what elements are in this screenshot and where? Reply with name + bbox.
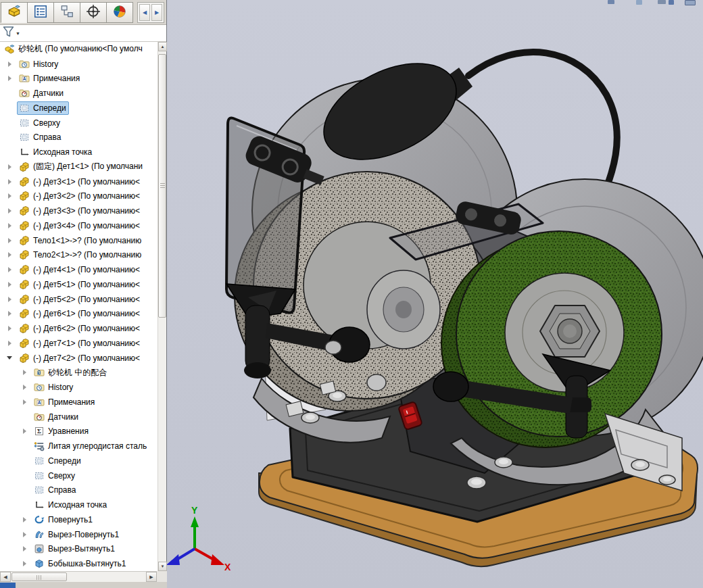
- part-icon: [19, 220, 30, 231]
- cutoff-toolbar-icon: [669, 0, 674, 5]
- expand-arrow-icon[interactable]: [17, 399, 32, 405]
- triad-y-label: Y: [191, 505, 198, 516]
- tree-item-assembly-0[interactable]: 砂轮机 (По умолчанию<По умолч: [0, 42, 157, 57]
- scroll-up-icon[interactable]: ▲: [158, 42, 167, 51]
- tree-item-revolve-32[interactable]: Повернуть1: [0, 512, 157, 527]
- chevron-down-icon: ▼: [16, 31, 20, 36]
- expand-arrow-icon[interactable]: [2, 238, 17, 243]
- cutoff-toolbar-icon: [685, 0, 696, 5]
- tree-horizontal-scrollbar[interactable]: ◀ ▶: [0, 571, 157, 582]
- expand-arrow-icon[interactable]: [2, 267, 17, 272]
- tree-item-equations-26[interactable]: ΣУравнения: [0, 424, 157, 439]
- panel-bottom-strip: [0, 582, 167, 588]
- expand-arrow-icon[interactable]: [17, 370, 32, 375]
- expand-arrow-icon[interactable]: [2, 297, 17, 302]
- expand-arrow-icon[interactable]: [17, 517, 32, 522]
- tree-item-extrude-cut-34[interactable]: Вырез-Вытянуть1: [0, 542, 157, 557]
- expand-arrow-icon[interactable]: [2, 164, 17, 170]
- tree-item-material-27[interactable]: Литая углеродистая сталь: [0, 439, 157, 454]
- cutoff-toolbar-icon: [608, 0, 614, 4]
- plane-icon: [34, 470, 45, 481]
- arrow-right-icon[interactable]: ▶: [151, 4, 162, 21]
- expand-arrow-icon[interactable]: [17, 532, 32, 537]
- tree-item-part-12[interactable]: (-) Дет3<4> (По умолчанию<: [0, 218, 157, 233]
- scroll-right-icon[interactable]: ▶: [146, 572, 157, 582]
- displaymanager-tab[interactable]: [106, 2, 133, 23]
- expand-arrow-icon[interactable]: [2, 282, 17, 287]
- tree-item-annotations-24[interactable]: AПримечания: [0, 395, 157, 410]
- hierarchy-tab-icon: [59, 4, 74, 22]
- scroll-down-icon[interactable]: ▼: [158, 562, 167, 571]
- tree-item-label: Исходная точка: [33, 147, 92, 157]
- extrude-cut-icon: [34, 543, 45, 554]
- tab-scroll-box: ◀ ▶: [137, 2, 164, 23]
- tree-item-origin-7[interactable]: Исходная точка: [0, 145, 157, 160]
- tree-item-mates-22[interactable]: 砂轮机 中的配合: [0, 366, 157, 381]
- expand-arrow-icon[interactable]: [2, 223, 17, 228]
- expand-arrow-icon[interactable]: [17, 385, 32, 390]
- arrow-left-icon[interactable]: ◀: [139, 4, 150, 21]
- expand-arrow-icon[interactable]: [17, 546, 32, 552]
- tree-item-part-14[interactable]: Тело2<1>->? (По умолчанию: [0, 248, 157, 263]
- tree-item-history-1[interactable]: History: [0, 57, 157, 72]
- propertymanager-tab[interactable]: [27, 2, 54, 23]
- tree-item-part-20[interactable]: (-) Дет7<1> (По умолчанию<: [0, 336, 157, 351]
- tree-item-plane-28[interactable]: Спереди: [0, 454, 157, 468]
- mates-icon: [34, 367, 45, 378]
- tree-item-part-17[interactable]: (-) Дет5<2> (По умолчанию<: [0, 292, 157, 307]
- tree-item-history-23[interactable]: History: [0, 380, 157, 395]
- tree-item-label: (-) Дет7<2> (По умолчанию<: [33, 353, 140, 363]
- tree-item-part-10[interactable]: (-) Дет3<2> (По умолчанию<: [0, 189, 157, 204]
- tree-item-label: Справа: [33, 132, 61, 142]
- tree-item-part-8[interactable]: (固定) Дет1<1> (По умолчани: [0, 160, 157, 174]
- tree-item-label: (-) Дет4<1> (По умолчанию<: [33, 265, 140, 274]
- tree-item-sensors-3[interactable]: Датчики: [0, 86, 157, 101]
- expand-arrow-icon[interactable]: [2, 193, 17, 199]
- expand-arrow-icon[interactable]: [2, 311, 17, 316]
- featuremanager-tab[interactable]: [1, 2, 28, 23]
- tree-vertical-scrollbar[interactable]: ▲ ▼: [157, 42, 166, 571]
- collapse-arrow-icon[interactable]: [2, 356, 17, 360]
- tree-item-revolve-cut-33[interactable]: Вырез-Повернуть1: [0, 527, 157, 542]
- tree-item-part-15[interactable]: (-) Дет4<1> (По умолчанию<: [0, 262, 157, 277]
- tree-item-label: (-) Дет5<2> (По умолчанию<: [33, 295, 140, 304]
- expand-arrow-icon[interactable]: [2, 62, 17, 67]
- scroll-left-icon[interactable]: ◀: [0, 572, 11, 582]
- tree-item-label: Повернуть1: [48, 515, 93, 524]
- configurationmanager-tab[interactable]: [53, 2, 80, 23]
- tree-filter-bar[interactable]: ▼: [0, 25, 166, 42]
- tree-item-annotations-2[interactable]: AПримечания: [0, 72, 157, 87]
- tree-item-boss-extrude-35[interactable]: Бобышка-Вытянуть1: [0, 556, 157, 571]
- expand-arrow-icon[interactable]: [17, 428, 32, 434]
- dimxpertmanager-tab[interactable]: [80, 2, 107, 23]
- expand-arrow-icon[interactable]: [2, 76, 17, 81]
- expand-arrow-icon[interactable]: [17, 561, 32, 566]
- expand-arrow-icon[interactable]: [2, 341, 17, 346]
- tree-item-plane-4[interactable]: Спереди: [0, 101, 157, 116]
- tree-item-plane-30[interactable]: Справа: [0, 483, 157, 498]
- expand-arrow-icon[interactable]: [2, 252, 17, 258]
- cutoff-toolbar-icon: [658, 0, 666, 4]
- tree-item-part-21[interactable]: (-) Дет7<2> (По умолчанию<: [0, 351, 157, 366]
- tree-item-part-16[interactable]: (-) Дет5<1> (По умолчанию<: [0, 277, 157, 292]
- tree-item-plane-5[interactable]: Сверху: [0, 116, 157, 130]
- tree-item-plane-6[interactable]: Справа: [0, 130, 157, 145]
- tree-item-part-11[interactable]: (-) Дет3<3> (По умолчанию<: [0, 203, 157, 218]
- tree-item-part-18[interactable]: (-) Дет6<1> (По умолчанию<: [0, 307, 157, 322]
- tree-item-part-13[interactable]: Тело1<1>->? (По умолчанию: [0, 233, 157, 248]
- tree-item-label: History: [48, 383, 73, 392]
- tree-item-plane-29[interactable]: Сверху: [0, 468, 157, 483]
- tree-item-label: Уравнения: [48, 426, 89, 436]
- tree-item-label: Датчики: [48, 412, 78, 422]
- tree-item-part-9[interactable]: (-) Дет3<1> (По умолчанию<: [0, 174, 157, 189]
- expand-arrow-icon[interactable]: [2, 326, 17, 331]
- expand-arrow-icon[interactable]: [2, 179, 17, 185]
- vertical-scroll-thumb[interactable]: [158, 54, 166, 318]
- expand-arrow-icon[interactable]: [2, 208, 17, 214]
- horizontal-scroll-thumb[interactable]: [11, 572, 67, 581]
- tree-item-sensors-25[interactable]: Датчики: [0, 410, 157, 424]
- graphics-viewport[interactable]: Y X Z: [167, 0, 703, 588]
- tree-item-origin-31[interactable]: Исходная точка: [0, 497, 157, 512]
- bench-grinder-model[interactable]: Y X Z: [167, 0, 703, 588]
- tree-item-part-19[interactable]: (-) Дет6<2> (По умолчанию<: [0, 321, 157, 336]
